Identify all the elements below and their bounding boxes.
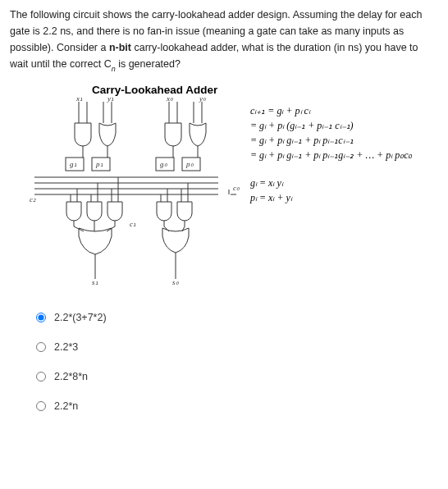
eq-line-4: = gᵢ + pᵢ gᵢ₋₁ + pᵢ pᵢ₋₁gᵢ₋₂ + … + pᵢ p₀…: [250, 148, 412, 162]
option-b[interactable]: 2.2*3: [36, 341, 438, 353]
svg-text:p₀: p₀: [185, 160, 194, 168]
q-bold: n-bit: [109, 42, 131, 53]
option-b-label: 2.2*3: [54, 341, 78, 353]
q-sub-n: n: [112, 65, 116, 73]
svg-text:p₁: p₁: [95, 160, 103, 168]
option-c[interactable]: 2.2*8*n: [36, 371, 438, 382]
eq2-line-1: gᵢ = xᵢ yᵢ: [250, 176, 412, 190]
option-d[interactable]: 2.2*n: [36, 400, 438, 412]
option-c-label: 2.2*8*n: [54, 371, 88, 382]
option-a[interactable]: 2.2*(3+7*2): [36, 312, 438, 323]
lbl-x1: x₁: [75, 95, 83, 103]
svg-text:g₀: g₀: [160, 160, 167, 168]
circuit-diagram: x₁ y₁ x₀ y₀ g₁ p₁ g₀ p₀ c₂ c₁ c₀ s₁ s₀: [30, 95, 243, 286]
lbl-s0: s₀: [172, 278, 179, 286]
figure-title: Carry-Lookahead Adder: [92, 84, 217, 96]
eq-line-3: = gᵢ + pᵢ gᵢ₋₁ + pᵢ pᵢ₋₁cᵢ₋₁: [250, 133, 412, 148]
radio-a[interactable]: [36, 313, 46, 322]
option-a-label: 2.2*(3+7*2): [54, 312, 107, 323]
lbl-c1: c₁: [130, 220, 136, 228]
eq-line-1: cᵢ₊₁ = gᵢ + pᵢ cᵢ: [250, 103, 412, 118]
svg-text:g₁: g₁: [70, 160, 77, 168]
radio-c[interactable]: [36, 372, 46, 382]
lbl-c2: c₂: [30, 195, 36, 203]
lbl-x0: x₀: [166, 95, 173, 103]
question-text: The following circuit shows the carry-lo…: [10, 7, 438, 74]
equations-block: cᵢ₊₁ = gᵢ + pᵢ cᵢ = gᵢ + pᵢ (gᵢ₋₁ + pᵢ₋₁…: [250, 103, 412, 205]
figure-area: Carry-Lookahead Adder: [10, 84, 438, 289]
option-d-label: 2.2*n: [54, 400, 78, 412]
lbl-y0: y₀: [199, 95, 206, 103]
q-part-d: is generated?: [116, 58, 181, 70]
eq-line-2: = gᵢ + pᵢ (gᵢ₋₁ + pᵢ₋₁ cᵢ₋₁): [250, 118, 412, 133]
svg-line-31: [107, 226, 115, 231]
lbl-y1: y₁: [107, 95, 114, 103]
radio-d[interactable]: [36, 401, 46, 411]
eq2-line-2: pᵢ = xᵢ + yᵢ: [250, 190, 412, 205]
lbl-c0: c₀: [233, 184, 240, 192]
radio-b[interactable]: [36, 342, 46, 352]
answer-options: 2.2*(3+7*2) 2.2*3 2.2*8*n 2.2*n: [36, 312, 438, 412]
lbl-s1: s₁: [92, 278, 98, 286]
